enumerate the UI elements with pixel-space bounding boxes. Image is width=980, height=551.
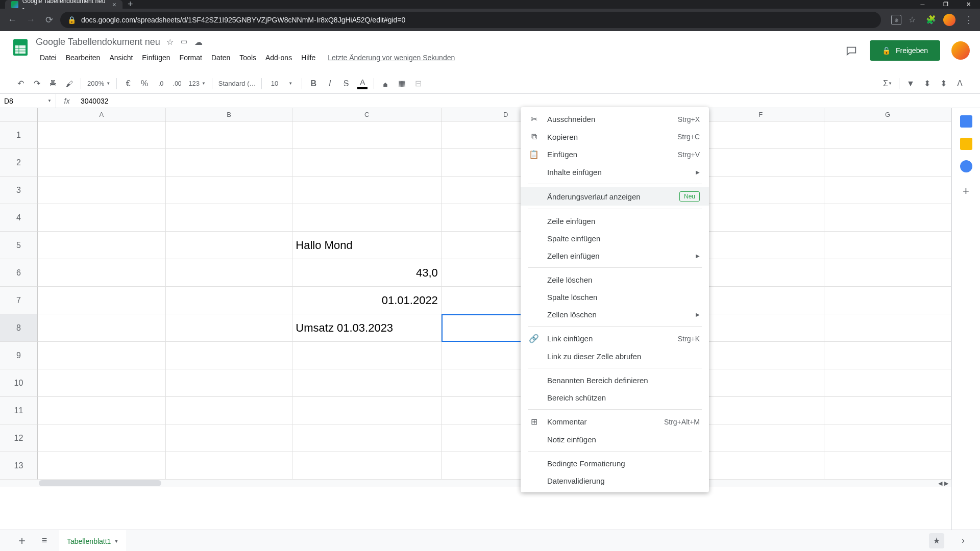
profile-avatar[interactable] bbox=[943, 14, 955, 26]
cell-C6[interactable]: 43,0 bbox=[292, 259, 442, 287]
cell-F7[interactable] bbox=[697, 287, 824, 314]
percent-button[interactable]: % bbox=[137, 77, 152, 91]
cell-B1[interactable] bbox=[166, 121, 293, 149]
cell-F1[interactable] bbox=[697, 121, 824, 149]
cell-G1[interactable] bbox=[824, 121, 951, 149]
context-menu-item[interactable]: •Zeile löschen bbox=[521, 271, 709, 288]
currency-button[interactable]: € bbox=[121, 77, 135, 91]
context-menu-item[interactable]: 🔗Link einfügenStrg+K bbox=[521, 330, 709, 347]
cell-B2[interactable] bbox=[166, 149, 293, 177]
cell-C9[interactable] bbox=[292, 342, 442, 369]
cell-A1[interactable] bbox=[38, 121, 166, 149]
sheet-nav-right[interactable]: › bbox=[962, 535, 965, 546]
context-menu-item[interactable]: •Bedingte Formatierung bbox=[521, 455, 709, 472]
row-header[interactable]: 12 bbox=[0, 424, 38, 452]
menu-einfügen[interactable]: Einfügen bbox=[138, 52, 174, 64]
row-header[interactable]: 8 bbox=[0, 314, 38, 342]
cell-F9[interactable] bbox=[697, 342, 824, 369]
context-menu-item[interactable]: 📋EinfügenStrg+V bbox=[521, 145, 709, 163]
cell-B9[interactable] bbox=[166, 342, 293, 369]
cell-B4[interactable] bbox=[166, 204, 293, 232]
merge-cells-button[interactable]: ⊟ bbox=[411, 77, 425, 91]
cell-G3[interactable] bbox=[824, 177, 951, 204]
cell-F4[interactable] bbox=[697, 204, 824, 232]
context-menu-item[interactable]: •Notiz einfügen bbox=[521, 431, 709, 448]
cell-G6[interactable] bbox=[824, 259, 951, 287]
undo-button[interactable]: ↶ bbox=[13, 77, 28, 91]
cell-G2[interactable] bbox=[824, 149, 951, 177]
italic-button[interactable]: I bbox=[323, 77, 337, 91]
strikethrough-button[interactable]: S bbox=[339, 77, 353, 91]
cell-C4[interactable] bbox=[292, 204, 442, 232]
cloud-status-icon[interactable]: ☁ bbox=[194, 37, 203, 47]
cell-A2[interactable] bbox=[38, 149, 166, 177]
calendar-addon-icon[interactable] bbox=[960, 115, 972, 128]
add-sheet-button[interactable]: + bbox=[14, 534, 30, 548]
row-header[interactable]: 11 bbox=[0, 397, 38, 424]
row-header[interactable]: 5 bbox=[0, 232, 38, 259]
browser-tab[interactable]: Google Tabellendokument neu - × bbox=[5, 0, 122, 9]
star-outline-icon[interactable]: ☆ bbox=[166, 37, 174, 47]
context-menu-item[interactable]: •Spalte löschen bbox=[521, 288, 709, 306]
cell-C1[interactable] bbox=[292, 121, 442, 149]
name-box[interactable]: D8 ▼ bbox=[0, 94, 56, 108]
context-menu-item[interactable]: •Spalte einfügen bbox=[521, 230, 709, 247]
functions-button[interactable]: Σ ▼ bbox=[880, 77, 895, 91]
text-color-button[interactable]: A bbox=[355, 77, 370, 91]
cell-C2[interactable] bbox=[292, 149, 442, 177]
increase-decimal-button[interactable]: .00 bbox=[170, 77, 184, 91]
menu-add-ons[interactable]: Add-ons bbox=[261, 52, 296, 64]
cell-F5[interactable] bbox=[697, 232, 824, 259]
row-header[interactable]: 9 bbox=[0, 342, 38, 369]
context-menu-item[interactable]: ⧉KopierenStrg+C bbox=[521, 128, 709, 145]
filter-views-button[interactable]: ⬍ bbox=[920, 77, 934, 91]
cell-F11[interactable] bbox=[697, 397, 824, 424]
context-menu-item[interactable]: •Zellen einfügen▶ bbox=[521, 247, 709, 264]
cell-G4[interactable] bbox=[824, 204, 951, 232]
cell-A4[interactable] bbox=[38, 204, 166, 232]
cell-A8[interactable] bbox=[38, 314, 166, 342]
extensions-icon[interactable]: 🧩 bbox=[926, 15, 936, 25]
close-window-button[interactable]: ✕ bbox=[957, 0, 980, 9]
cell-G9[interactable] bbox=[824, 342, 951, 369]
cell-G5[interactable] bbox=[824, 232, 951, 259]
comments-button[interactable] bbox=[841, 40, 862, 61]
cell-F2[interactable] bbox=[697, 149, 824, 177]
row-header[interactable]: 6 bbox=[0, 259, 38, 287]
bold-button[interactable]: B bbox=[306, 77, 321, 91]
context-menu-item[interactable]: •Link zu dieser Zelle abrufen bbox=[521, 347, 709, 365]
explore-button[interactable] bbox=[929, 533, 944, 548]
context-menu-item[interactable]: •Benannten Bereich definieren bbox=[521, 371, 709, 389]
font-size-dropdown[interactable]: 10 ▼ bbox=[266, 80, 298, 87]
cell-B8[interactable] bbox=[166, 314, 293, 342]
row-header[interactable]: 1 bbox=[0, 121, 38, 149]
context-menu-item[interactable]: •Änderungsverlauf anzeigenNeu bbox=[521, 187, 709, 206]
print-button[interactable]: 🖶 bbox=[46, 77, 60, 91]
user-avatar[interactable] bbox=[951, 41, 970, 60]
back-button[interactable]: ← bbox=[5, 13, 19, 27]
number-format-dropdown[interactable]: 123 ▼ bbox=[186, 80, 208, 87]
cell-F3[interactable] bbox=[697, 177, 824, 204]
font-dropdown[interactable]: Standard (… ▼ bbox=[216, 80, 257, 87]
col-header-G[interactable]: G bbox=[824, 108, 951, 121]
new-tab-button[interactable]: + bbox=[128, 0, 133, 10]
decrease-decimal-button[interactable]: .0 bbox=[154, 77, 168, 91]
cell-A11[interactable] bbox=[38, 397, 166, 424]
cell-B3[interactable] bbox=[166, 177, 293, 204]
keep-addon-icon[interactable] bbox=[960, 138, 972, 150]
cell-B7[interactable] bbox=[166, 287, 293, 314]
cell-B6[interactable] bbox=[166, 259, 293, 287]
cell-B11[interactable] bbox=[166, 397, 293, 424]
cell-G11[interactable] bbox=[824, 397, 951, 424]
cell-F10[interactable] bbox=[697, 369, 824, 397]
reload-button[interactable]: ⟳ bbox=[42, 13, 56, 27]
select-all-corner[interactable] bbox=[0, 108, 38, 121]
scroll-left-button[interactable]: ◀ bbox=[938, 480, 942, 487]
cell-G7[interactable] bbox=[824, 287, 951, 314]
row-header[interactable]: 2 bbox=[0, 149, 38, 177]
horizontal-scrollbar[interactable]: ◀ ▶ bbox=[0, 480, 951, 487]
cell-A9[interactable] bbox=[38, 342, 166, 369]
forward-button[interactable]: → bbox=[23, 13, 38, 27]
cell-G10[interactable] bbox=[824, 369, 951, 397]
row-header[interactable]: 13 bbox=[0, 452, 38, 480]
